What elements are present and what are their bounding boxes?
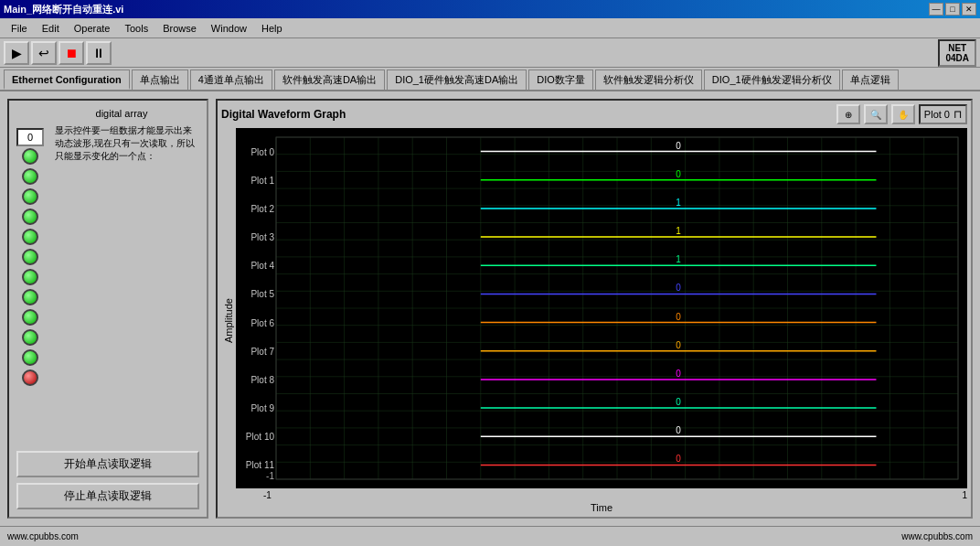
pause-button[interactable]: ⏸ xyxy=(86,41,112,65)
x-min-label: -1 xyxy=(263,490,272,500)
graph-canvas-wrapper xyxy=(236,128,967,488)
pan-button[interactable]: ✋ xyxy=(891,104,915,124)
net-indicator: NET04DA xyxy=(938,39,976,67)
y-axis-label: Amplitude xyxy=(221,128,236,513)
statusbar: www.cpubbs.com www.cpubbs.com xyxy=(0,526,980,546)
stop-button[interactable]: ⏹ xyxy=(59,41,84,65)
zoom-out-button[interactable]: 🔍 xyxy=(864,104,888,124)
tabbar: Ethernet Configuration 单点输出 4通道单点输出 软件触发… xyxy=(0,68,980,91)
leds-column xyxy=(22,148,38,386)
led-11 xyxy=(22,369,38,386)
main-content: digital array 0 显 xyxy=(0,91,980,526)
note-text: 显示控件要一组数据才能显示出来动态波形,现在只有一次读取，所以只能显示变化的一个… xyxy=(55,124,199,163)
graph-title: Digital Waveform Graph xyxy=(221,108,346,121)
menu-browse[interactable]: Browse xyxy=(155,21,204,36)
tab-dio1-da[interactable]: DIO_1硬件触发高速DA输出 xyxy=(387,70,527,90)
graph-controls: ⊕ 🔍 ✋ Plot 0 ⊓ xyxy=(836,104,967,124)
led-8 xyxy=(22,309,38,326)
run-button[interactable]: ▶ xyxy=(4,41,29,65)
tab-sw-da[interactable]: 软件触发高速DA输出 xyxy=(274,70,385,90)
menu-edit[interactable]: Edit xyxy=(35,21,67,36)
value-display: 0 xyxy=(16,128,44,146)
menu-file[interactable]: File xyxy=(4,21,35,36)
start-button[interactable]: 开始单点读取逻辑 xyxy=(16,451,199,477)
tab-4ch-output[interactable]: 4通道单点输出 xyxy=(190,70,272,90)
graph-header: Digital Waveform Graph ⊕ 🔍 ✋ Plot 0 ⊓ xyxy=(221,104,967,124)
led-3 xyxy=(22,209,38,225)
led-10 xyxy=(22,349,38,366)
tab-dio1-logic[interactable]: DIO_1硬件触发逻辑分析仪 xyxy=(704,70,840,90)
digital-array-label: digital array xyxy=(44,108,199,119)
led-0 xyxy=(22,148,38,165)
graph-inner: -1 1 Time xyxy=(236,128,967,513)
menu-help[interactable]: Help xyxy=(254,21,290,36)
status-left: www.cpubbs.com xyxy=(7,531,79,541)
x-axis-row: -1 1 xyxy=(236,488,967,500)
left-panel: digital array 0 显 xyxy=(7,99,208,519)
tab-single-output[interactable]: 单点输出 xyxy=(132,70,188,90)
tab-single-logic[interactable]: 单点逻辑 xyxy=(842,70,899,90)
led-7 xyxy=(22,289,38,305)
toolbar: ▶ ↩ ⏹ ⏸ NET04DA xyxy=(0,38,980,68)
titlebar-buttons: — □ ✕ xyxy=(929,3,976,16)
plot-icon: ⊓ xyxy=(953,108,962,121)
led-5 xyxy=(22,249,38,265)
x-axis-label: Time xyxy=(236,502,967,513)
plot-selector[interactable]: Plot 0 ⊓ xyxy=(919,104,967,124)
tab-dio-digital[interactable]: DIO数字量 xyxy=(528,70,593,90)
tab-ethernet-config[interactable]: Ethernet Configuration xyxy=(4,70,130,90)
zoom-in-button[interactable]: ⊕ xyxy=(836,104,860,124)
menubar: File Edit Operate Tools Browse Window He… xyxy=(0,18,980,38)
led-4 xyxy=(22,229,38,245)
graph-area: Amplitude -1 1 Time xyxy=(221,128,967,513)
maximize-button[interactable]: □ xyxy=(945,3,960,16)
close-button[interactable]: ✕ xyxy=(962,3,976,16)
toolbar-left: ▶ ↩ ⏹ ⏸ xyxy=(4,41,112,65)
status-right: www.cpubbs.com xyxy=(901,531,973,541)
menu-window[interactable]: Window xyxy=(204,21,254,36)
right-panel: Digital Waveform Graph ⊕ 🔍 ✋ Plot 0 ⊓ Am… xyxy=(216,99,973,519)
menu-tools[interactable]: Tools xyxy=(117,21,155,36)
titlebar: Main_网络断开自动重连.vi — □ ✕ xyxy=(0,0,980,18)
minimize-button[interactable]: — xyxy=(929,3,943,16)
led-6 xyxy=(22,269,38,285)
tab-sw-logic[interactable]: 软件触发逻辑分析仪 xyxy=(595,70,702,90)
led-9 xyxy=(22,329,38,346)
menu-operate[interactable]: Operate xyxy=(67,21,118,36)
led-1 xyxy=(22,168,38,185)
led-2 xyxy=(22,188,38,205)
plot-label: Plot 0 xyxy=(924,109,950,120)
x-max-label: 1 xyxy=(962,490,967,500)
stop-button[interactable]: 停止单点读取逻辑 xyxy=(16,483,199,509)
waveform-canvas xyxy=(236,128,967,488)
digital-array-container: 0 显示控件要一组数据才能显示出来动态波形,现在只有一次读取，所以只能显示 xyxy=(16,124,199,386)
undo-button[interactable]: ↩ xyxy=(31,41,57,65)
titlebar-title: Main_网络断开自动重连.vi xyxy=(4,3,123,16)
